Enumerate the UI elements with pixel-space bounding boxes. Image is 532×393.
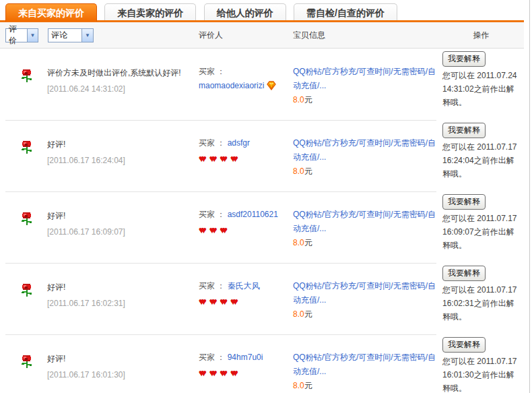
red-flower-rating-icon xyxy=(20,140,33,154)
filters: 评价 ▼ 评论 ▼ xyxy=(0,28,199,42)
item-title-link[interactable]: QQ粉钻/官方秒充/可查时间/无需密码/自动充值/... xyxy=(293,210,436,233)
action-cell: 我要解释 您可以在 2011.07.17 16:24:04之前作出解释哦。 xyxy=(442,120,524,191)
column-header-item: 宝贝信息 xyxy=(293,30,442,41)
item-title-link[interactable]: QQ粉钻/官方秒充/可查时间/无需密码/自动充值/... xyxy=(293,67,436,90)
item-cell: QQ粉钻/官方秒充/可查时间/无需密码/自动充值/... 8.0元 xyxy=(293,191,442,263)
buyer-name-link[interactable]: 秦氏大风 xyxy=(228,281,260,291)
item-price: 8.0 xyxy=(293,309,304,319)
item-price-line: 8.0元 xyxy=(293,93,442,107)
tab-seller-feedback[interactable]: 来自卖家的评价 xyxy=(104,3,196,22)
item-price-unit: 元 xyxy=(304,309,312,319)
review-row: 好评! [2011.06.17 16:01:30] 买家 ： 94hm7u0i … xyxy=(0,334,524,393)
buyer-label: 买家 ： xyxy=(199,210,225,219)
item-price: 8.0 xyxy=(293,167,304,176)
comment-text: 好评! xyxy=(47,208,199,224)
double-heart-icon: ♥♥ xyxy=(199,296,203,307)
double-heart-icon: ♥♥ xyxy=(209,224,214,235)
explain-deadline-note: 您可以在 2011.07.17 16:02:31之前作出解释哦。 xyxy=(442,283,520,324)
double-heart-icon: ♥♥ xyxy=(230,153,235,164)
double-heart-icon: ♥♥ xyxy=(230,296,235,307)
explain-deadline-note: 您可以在 2011.07.17 16:09:07之前作出解释哦。 xyxy=(442,212,520,252)
item-title-link[interactable]: QQ粉钻/官方秒充/可查时间/无需密码/自动充值/... xyxy=(293,138,436,162)
comment-text: 评价方未及时做出评价,系统默认好评! xyxy=(47,65,199,81)
item-price-line: 8.0元 xyxy=(293,236,442,250)
column-header-reviewer: 评价人 xyxy=(199,30,293,41)
chevron-down-icon[interactable]: ▼ xyxy=(27,29,38,42)
explain-deadline-note: 您可以在 2011.07.24 14:31:02之前作出解释哦。 xyxy=(442,69,520,109)
feedback-manager-page: 来自买家的评价 来自卖家的评价 给他人的评价 需自检/自查的评价 评价 ▼ 评论… xyxy=(0,0,532,393)
action-cell: 我要解释 您可以在 2011.07.17 16:09:07之前作出解释哦。 xyxy=(442,191,524,263)
comment-filter-value: 评论 xyxy=(48,30,70,41)
explain-button[interactable]: 我要解释 xyxy=(442,51,486,67)
item-cell: QQ粉钻/官方秒充/可查时间/无需密码/自动充值/... 8.0元 xyxy=(293,49,442,120)
column-header-action: 操作 xyxy=(442,30,520,41)
action-cell: 我要解释 您可以在 2011.07.17 16:01:30之前作出解释哦。 xyxy=(442,334,524,393)
item-title-link[interactable]: QQ粉钻/官方秒充/可查时间/无需密码/自动充值/... xyxy=(293,281,436,305)
item-price-line: 8.0元 xyxy=(293,307,442,322)
comment-cell: 好评! [2011.06.17 16:01:30] xyxy=(47,334,199,393)
item-title-link[interactable]: QQ粉钻/官方秒充/可查时间/无需密码/自动充值/... xyxy=(293,353,436,376)
buyer-label: 买家 ： xyxy=(199,138,225,148)
double-heart-icon: ♥♥ xyxy=(220,224,224,235)
rating-filter-select[interactable]: 评价 ▼ xyxy=(5,28,38,42)
explain-button[interactable]: 我要解释 xyxy=(442,266,486,281)
buyer-hearts: ♥♥♥♥♥♥♥♥ xyxy=(199,152,279,167)
double-heart-icon: ♥♥ xyxy=(199,367,203,378)
red-flower-rating-icon xyxy=(20,283,33,297)
buyer-cell: 买家 ： maomaodexiaorizi xyxy=(199,49,293,120)
explain-button[interactable]: 我要解释 xyxy=(442,337,486,353)
double-heart-icon: ♥♥ xyxy=(199,224,203,235)
rating-cell xyxy=(0,120,47,191)
rating-cell xyxy=(0,263,47,334)
buyer-name-link[interactable]: maomaodexiaorizi xyxy=(199,81,264,90)
comment-timestamp: [2011.06.17 16:24:04] xyxy=(47,152,199,169)
explain-deadline-note: 您可以在 2011.07.17 16:01:30之前作出解释哦。 xyxy=(442,355,520,393)
buyer-name-link[interactable]: 94hm7u0i xyxy=(228,353,263,362)
red-flower-rating-icon xyxy=(20,212,33,226)
review-row: 好评! [2011.06.17 16:09:07] 买家 ： asdf20110… xyxy=(0,191,524,263)
double-heart-icon: ♥♥ xyxy=(220,296,224,307)
review-row: 评价方未及时做出评价,系统默认好评! [2011.06.24 14:31:02]… xyxy=(0,49,524,120)
item-cell: QQ粉钻/官方秒充/可查时间/无需密码/自动充值/... 8.0元 xyxy=(293,263,442,334)
double-heart-icon: ♥♥ xyxy=(220,153,224,164)
comment-cell: 好评! [2011.06.17 16:02:31] xyxy=(47,263,199,334)
comment-cell: 评价方未及时做出评价,系统默认好评! [2011.06.24 14:31:02] xyxy=(47,49,199,120)
tab-feedback-given[interactable]: 给他人的评价 xyxy=(204,3,286,22)
item-price-line: 8.0元 xyxy=(293,379,442,393)
buyer-hearts: ♥♥♥♥♥♥♥♥ xyxy=(199,295,279,309)
comment-filter-select[interactable]: 评论 ▼ xyxy=(48,28,94,42)
buyer-hearts: ♥♥♥♥♥♥ xyxy=(199,223,279,238)
explain-button[interactable]: 我要解释 xyxy=(442,194,486,210)
comment-cell: 好评! [2011.06.17 16:09:07] xyxy=(47,191,199,263)
item-price: 8.0 xyxy=(293,95,304,104)
item-cell: QQ粉钻/官方秒充/可查时间/无需密码/自动充值/... 8.0元 xyxy=(293,120,442,191)
red-flower-rating-icon xyxy=(20,355,33,369)
buyer-name-link[interactable]: adsfgr xyxy=(228,138,250,148)
double-heart-icon: ♥♥ xyxy=(199,153,203,164)
comment-timestamp: [2011.06.17 16:09:07] xyxy=(47,224,199,240)
action-cell: 我要解释 您可以在 2011.07.24 14:31:02之前作出解释哦。 xyxy=(442,49,524,120)
tab-buyer-feedback[interactable]: 来自买家的评价 xyxy=(5,3,97,22)
double-heart-icon: ♥♥ xyxy=(209,296,214,307)
tab-self-check-feedback[interactable]: 需自检/自查的评价 xyxy=(294,3,397,22)
buyer-name-link[interactable]: asdf20110621 xyxy=(228,210,278,219)
item-price-unit: 元 xyxy=(304,167,312,176)
buyer-hearts: ♥♥♥♥♥♥♥♥ xyxy=(199,366,279,381)
comment-timestamp: [2011.06.24 14:31:02] xyxy=(47,81,199,97)
comment-timestamp: [2011.06.17 16:01:30] xyxy=(47,367,199,383)
rating-cell xyxy=(0,191,47,263)
comment-cell: 好评! [2011.06.17 16:24:04] xyxy=(47,120,199,191)
table-header-bar: 评价 ▼ 评论 ▼ 评价人 宝贝信息 操作 xyxy=(0,22,524,49)
buyer-cell: 买家 ： adsfgr ♥♥♥♥♥♥♥♥ xyxy=(199,120,293,191)
explain-deadline-note: 您可以在 2011.07.17 16:24:04之前作出解释哦。 xyxy=(442,140,520,181)
action-cell: 我要解释 您可以在 2011.07.17 16:02:31之前作出解释哦。 xyxy=(442,263,524,334)
explain-button[interactable]: 我要解释 xyxy=(442,123,486,138)
chevron-down-icon[interactable]: ▼ xyxy=(81,29,93,42)
buyer-cell: 买家 ： asdf20110621 ♥♥♥♥♥♥ xyxy=(199,191,293,263)
buyer-cell: 买家 ： 秦氏大风 ♥♥♥♥♥♥♥♥ xyxy=(199,263,293,334)
review-row: 好评! [2011.06.17 16:24:04] 买家 ： adsfgr ♥♥… xyxy=(0,120,524,191)
buyer-label: 买家 ： xyxy=(199,353,225,362)
double-heart-icon: ♥♥ xyxy=(209,367,214,378)
comment-timestamp: [2011.06.17 16:02:31] xyxy=(47,295,199,311)
buyer-label: 买家 ： xyxy=(199,281,225,291)
